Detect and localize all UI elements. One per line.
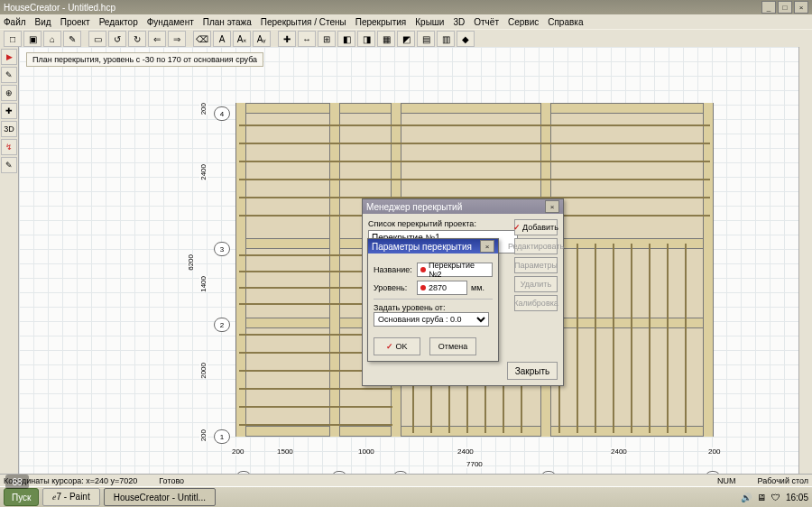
- maximize-button[interactable]: □: [778, 1, 792, 14]
- tool-icon[interactable]: ⌫: [193, 31, 211, 47]
- menu-help[interactable]: Справка: [548, 17, 583, 27]
- menu-floors[interactable]: Перекрытия: [355, 17, 407, 27]
- clock: 16:05: [786, 493, 808, 502]
- marker-icon: [420, 267, 426, 272]
- overlay-badge: 68: [5, 475, 29, 489]
- tool-icon[interactable]: ▤: [417, 31, 435, 47]
- level-field[interactable]: 2870: [417, 281, 467, 295]
- cancel-button[interactable]: Отмена: [429, 337, 476, 355]
- side-tool-icon[interactable]: ↯: [1, 139, 17, 155]
- menu-service[interactable]: Сервис: [508, 17, 539, 27]
- delete-button[interactable]: Удалить: [514, 276, 558, 292]
- marker-icon: [420, 285, 426, 290]
- titlebar: HouseCreator - Untitled.hcp _ □ ×: [0, 0, 812, 14]
- side-tool-icon[interactable]: ✎: [1, 67, 17, 83]
- statusbar: Координаты курсора: x=240 y=7020 Готово …: [0, 474, 812, 487]
- tool-icon[interactable]: ⌂: [43, 31, 61, 47]
- vertical-scrollbar[interactable]: [798, 47, 812, 494]
- minimize-button[interactable]: _: [761, 1, 776, 14]
- tool-icon[interactable]: ▣: [23, 31, 42, 47]
- tool-icon[interactable]: ✎: [63, 31, 81, 47]
- side-tool-icon[interactable]: ✎: [1, 157, 17, 173]
- menu-foundation[interactable]: Фундамент: [147, 17, 194, 27]
- tool-icon[interactable]: Aᵧ: [253, 31, 271, 47]
- menu-report[interactable]: Отчёт: [474, 17, 499, 27]
- params-button[interactable]: Параметры: [514, 257, 558, 273]
- tool-icon[interactable]: ✚: [278, 31, 296, 47]
- dimension-total: 6200: [187, 254, 195, 271]
- dimension: 1500: [277, 447, 293, 456]
- num-indicator: NUM: [717, 476, 736, 485]
- os-taskbar: Пуск 𝑒7 - Paint HouseCreator - Untitl...…: [0, 486, 812, 507]
- plan-note: План перекрытия, уровень с -30 по 170 от…: [26, 52, 263, 67]
- tool-icon[interactable]: ◧: [337, 31, 355, 47]
- tool-icon[interactable]: ⇒: [168, 31, 186, 47]
- axis-bubble: 4: [214, 106, 230, 121]
- tray-icon[interactable]: 🔊: [741, 493, 752, 502]
- tray-icon[interactable]: 🖥: [757, 493, 766, 502]
- system-tray[interactable]: 🔊 🖥 🛡 16:05: [741, 493, 808, 502]
- taskbar-task[interactable]: 𝑒7 - Paint: [42, 488, 99, 506]
- side-tool-icon[interactable]: ▶: [1, 49, 17, 65]
- tool-icon[interactable]: ⇐: [148, 31, 166, 47]
- axis-bubble: 2: [214, 318, 230, 332]
- dialog-close-icon[interactable]: ×: [545, 200, 559, 213]
- drawing-canvas[interactable]: План перекрытия, уровень с -30 по 170 от…: [19, 47, 798, 494]
- tool-icon[interactable]: ↻: [128, 31, 146, 47]
- start-button[interactable]: Пуск: [4, 488, 39, 506]
- axis-bubble: 1: [214, 429, 230, 444]
- tool-icon[interactable]: A: [213, 31, 231, 47]
- dimension: 2400: [199, 164, 208, 180]
- axis-bubble: 3: [214, 242, 230, 256]
- tool-icon[interactable]: ↔: [298, 31, 316, 47]
- unit-label: мм.: [471, 283, 484, 292]
- level-label: Уровень:: [374, 283, 413, 292]
- dimension: 2400: [457, 447, 474, 456]
- dimension: 200: [708, 447, 720, 456]
- menu-floors-walls[interactable]: Перекрытия / Стены: [261, 17, 346, 27]
- menu-3d[interactable]: 3D: [453, 17, 465, 27]
- dialog-titlebar[interactable]: Параметры перекрытия ×: [368, 239, 498, 254]
- tool-icon[interactable]: ◆: [457, 31, 475, 47]
- workspace-label: Рабочий стол: [758, 476, 809, 485]
- menu-roofs[interactable]: Крыши: [415, 17, 444, 27]
- taskbar-task[interactable]: HouseCreator - Untitl...: [104, 488, 216, 506]
- name-field[interactable]: Перекрытие №2: [417, 263, 493, 277]
- calib-button[interactable]: Калибровка: [514, 295, 558, 311]
- tool-icon[interactable]: ◩: [397, 31, 415, 47]
- tool-icon[interactable]: Aₓ: [233, 31, 251, 47]
- main-toolbar: □ ▣ ⌂ ✎ ▭ ↺ ↻ ⇐ ⇒ ⌫ A Aₓ Aᵧ ✚ ↔ ⊞ ◧ ◨ ▦ …: [0, 29, 812, 49]
- dimension: 2000: [199, 363, 208, 379]
- dialog-titlebar[interactable]: Менеджер перекрытий ×: [363, 199, 563, 214]
- dimension: 1000: [358, 447, 374, 456]
- set-from-select[interactable]: Основания сруба : 0.0: [374, 312, 489, 327]
- tool-icon[interactable]: ▭: [88, 31, 106, 47]
- tool-icon[interactable]: ◨: [357, 31, 375, 47]
- dialog-close-icon[interactable]: ×: [480, 240, 494, 253]
- menu-editor[interactable]: Редактор: [99, 17, 138, 27]
- tool-icon[interactable]: ▦: [377, 31, 395, 47]
- dialog-title: Параметры перекрытия: [372, 242, 472, 252]
- dimension: 200: [232, 447, 244, 456]
- side-tool-icon[interactable]: 3D: [1, 121, 17, 137]
- close-button[interactable]: Закрыть: [507, 362, 558, 380]
- dimension-total: 7700: [466, 460, 483, 468]
- menu-file[interactable]: Файл: [4, 17, 26, 27]
- menu-view[interactable]: Вид: [35, 17, 51, 27]
- add-button[interactable]: ✓Добавить: [514, 219, 558, 235]
- tool-icon[interactable]: ↺: [108, 31, 126, 47]
- menu-project[interactable]: Проект: [60, 17, 90, 27]
- tray-icon[interactable]: 🛡: [771, 493, 780, 502]
- close-button[interactable]: ×: [794, 1, 808, 14]
- side-toolbar: ▶ ✎ ⊕ ✚ 3D ↯ ✎: [0, 47, 19, 494]
- tool-icon[interactable]: ▥: [437, 31, 455, 47]
- side-tool-icon[interactable]: ✚: [1, 103, 17, 119]
- ok-button[interactable]: ✓OK: [374, 337, 420, 355]
- side-tool-icon[interactable]: ⊕: [1, 85, 17, 101]
- tool-icon[interactable]: □: [4, 31, 22, 47]
- app-title: HouseCreator - Untitled.hcp: [4, 3, 115, 13]
- dimension: 200: [199, 429, 208, 441]
- edit-button[interactable]: Редактировать: [514, 238, 558, 254]
- menu-floor-plan[interactable]: План этажа: [203, 17, 252, 27]
- tool-icon[interactable]: ⊞: [318, 31, 336, 47]
